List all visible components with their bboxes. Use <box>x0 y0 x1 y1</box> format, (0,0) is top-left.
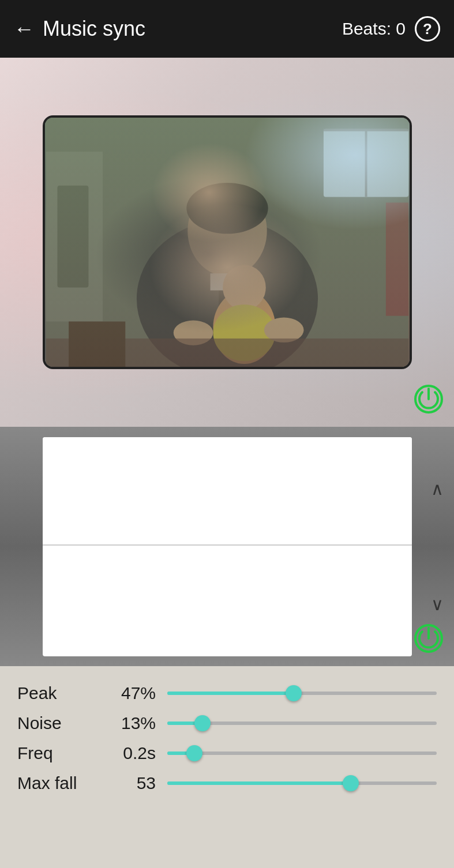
svg-rect-6 <box>385 202 408 315</box>
svg-rect-5 <box>365 129 367 197</box>
svg-point-13 <box>223 265 266 310</box>
slider-thumb-0[interactable] <box>286 685 302 701</box>
slider-track-0[interactable] <box>156 685 437 702</box>
svg-rect-11 <box>210 273 244 290</box>
chevron-up-button[interactable]: ∧ <box>431 479 444 499</box>
svg-point-12 <box>213 290 275 364</box>
svg-rect-0 <box>46 118 408 367</box>
svg-point-8 <box>187 186 267 276</box>
svg-rect-3 <box>323 129 408 197</box>
controls-section: Peak47%Noise13%Freq0.2sMax fall53 <box>0 666 454 868</box>
power-icon <box>414 384 444 414</box>
header: ← Music sync Beats: 0 ? <box>0 0 454 58</box>
slider-thumb-2[interactable] <box>186 745 202 761</box>
svg-point-15 <box>173 320 213 345</box>
svg-point-9 <box>186 183 268 234</box>
header-right: Beats: 0 ? <box>342 16 440 42</box>
slider-row: Freq0.2s <box>17 743 437 763</box>
photo-image <box>45 118 410 367</box>
picker-inner[interactable] <box>43 437 412 656</box>
slider-thumb-3[interactable] <box>343 775 359 791</box>
picker-top-item[interactable] <box>43 437 412 544</box>
slider-row: Peak47% <box>17 683 437 703</box>
slider-value-3: 53 <box>98 773 156 793</box>
slider-label-1: Noise <box>17 713 98 733</box>
page-title: Music sync <box>43 17 145 41</box>
svg-rect-10 <box>219 273 235 307</box>
slider-label-0: Peak <box>17 683 98 703</box>
picker-power-button[interactable] <box>414 623 444 656</box>
slider-row: Noise13% <box>17 713 437 733</box>
svg-point-16 <box>264 318 303 343</box>
photo-frame <box>43 115 412 369</box>
slider-value-2: 0.2s <box>98 743 156 763</box>
svg-rect-1 <box>46 152 102 322</box>
picker-card: ∧ ∨ <box>0 427 454 666</box>
slider-label-3: Max fall <box>17 773 98 793</box>
help-button[interactable]: ? <box>415 16 440 42</box>
chevron-down-button[interactable]: ∨ <box>431 594 444 614</box>
help-icon: ? <box>423 20 432 38</box>
svg-point-14 <box>213 305 275 361</box>
slider-track-1[interactable] <box>156 715 437 732</box>
picker-power-icon <box>414 623 444 653</box>
beats-counter: Beats: 0 <box>342 19 406 39</box>
slider-thumb-1[interactable] <box>194 715 211 731</box>
photo-svg <box>45 118 410 367</box>
svg-rect-2 <box>57 186 88 288</box>
back-button[interactable]: ← <box>14 18 35 39</box>
slider-row: Max fall53 <box>17 773 437 793</box>
svg-point-7 <box>136 220 317 367</box>
photo-power-button[interactable] <box>414 384 444 416</box>
slider-value-1: 13% <box>98 713 156 733</box>
photo-card <box>0 58 454 427</box>
picker-bottom-item[interactable] <box>43 546 412 653</box>
slider-track-2[interactable] <box>156 745 437 762</box>
slider-track-3[interactable] <box>156 775 437 792</box>
slider-value-0: 47% <box>98 683 156 703</box>
svg-rect-4 <box>323 129 408 131</box>
svg-rect-18 <box>69 321 125 367</box>
slider-label-2: Freq <box>17 743 98 763</box>
svg-rect-17 <box>46 339 408 367</box>
header-left: ← Music sync <box>14 17 145 41</box>
